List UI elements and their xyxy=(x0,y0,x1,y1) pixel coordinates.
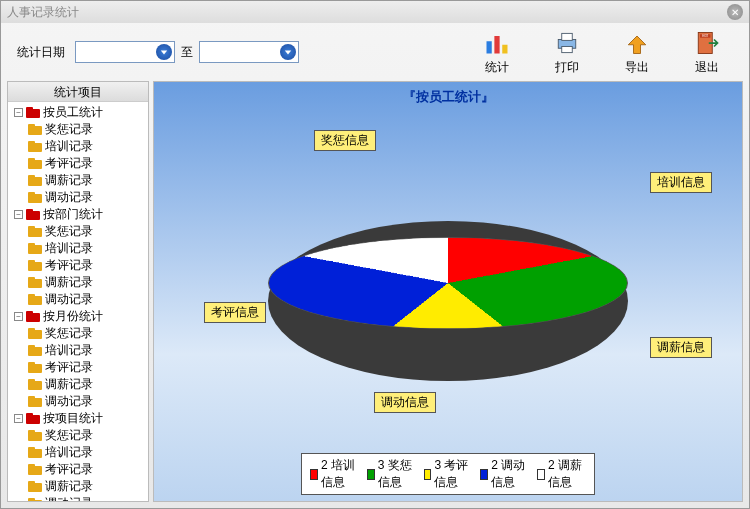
legend-item: 2 调动信息 xyxy=(480,457,529,491)
tree-item[interactable]: 奖惩记录 xyxy=(28,427,148,444)
tree-item[interactable]: 调动记录 xyxy=(28,393,148,410)
tree-item-label: 调薪记录 xyxy=(45,172,93,189)
svg-text:EXIT: EXIT xyxy=(702,33,708,37)
slice-label-transfer: 调动信息 xyxy=(374,392,436,413)
export-button[interactable]: 导出 xyxy=(605,26,669,78)
svg-rect-0 xyxy=(487,41,492,53)
tree-group-label: 按员工统计 xyxy=(43,104,103,121)
chart-panel: 『按员工统计』 培训信息 奖惩信息 考评信息 调动信息 调薪信息 2 培训信息3… xyxy=(153,81,743,502)
legend: 2 培训信息3 奖惩信息3 考评信息2 调动信息2 调薪信息 xyxy=(301,453,595,495)
exit-button[interactable]: EXIT 退出 xyxy=(675,26,739,78)
tree-item-label: 调动记录 xyxy=(45,189,93,206)
folder-icon xyxy=(28,294,42,306)
to-label: 至 xyxy=(181,44,193,61)
calendar-icon[interactable] xyxy=(156,44,172,60)
folder-icon xyxy=(28,447,42,459)
sidebar-header: 统计项目 xyxy=(8,82,148,102)
tree-item[interactable]: 考评记录 xyxy=(28,155,148,172)
tree-item[interactable]: 培训记录 xyxy=(28,138,148,155)
tree-item[interactable]: 考评记录 xyxy=(28,359,148,376)
tree-group[interactable]: −按项目统计 xyxy=(14,410,148,427)
toolbar: 统计日期 至 统计 打印 导出 EXIT 退出 xyxy=(1,23,749,81)
tree-item-label: 奖惩记录 xyxy=(45,427,93,444)
tree-item[interactable]: 调薪记录 xyxy=(28,172,148,189)
slice-label-review: 考评信息 xyxy=(204,302,266,323)
folder-icon xyxy=(28,260,42,272)
tree-item[interactable]: 调薪记录 xyxy=(28,274,148,291)
tree-item-label: 调薪记录 xyxy=(45,274,93,291)
folder-icon xyxy=(28,379,42,391)
tree-item[interactable]: 奖惩记录 xyxy=(28,121,148,138)
tree-item[interactable]: 考评记录 xyxy=(28,461,148,478)
folder-icon xyxy=(26,311,40,323)
tree-group[interactable]: −按月份统计 xyxy=(14,308,148,325)
tree-group-label: 按月份统计 xyxy=(43,308,103,325)
tree-group[interactable]: −按部门统计 xyxy=(14,206,148,223)
date-label: 统计日期 xyxy=(17,44,65,61)
tree-item-label: 培训记录 xyxy=(45,342,93,359)
tree-item-label: 调薪记录 xyxy=(45,376,93,393)
folder-icon xyxy=(28,158,42,170)
legend-item: 2 调薪信息 xyxy=(537,457,586,491)
folder-icon xyxy=(26,209,40,221)
close-icon[interactable]: ✕ xyxy=(727,4,743,20)
collapse-icon[interactable]: − xyxy=(14,108,23,117)
sidebar: 统计项目 −按员工统计奖惩记录培训记录考评记录调薪记录调动记录−按部门统计奖惩记… xyxy=(7,81,149,502)
tree-item-label: 奖惩记录 xyxy=(45,325,93,342)
collapse-icon[interactable]: − xyxy=(14,414,23,423)
folder-icon xyxy=(28,396,42,408)
tree-item[interactable]: 培训记录 xyxy=(28,444,148,461)
tree-item-label: 培训记录 xyxy=(45,444,93,461)
stats-button[interactable]: 统计 xyxy=(465,26,529,78)
tree-item[interactable]: 培训记录 xyxy=(28,240,148,257)
tree-item[interactable]: 考评记录 xyxy=(28,257,148,274)
folder-icon xyxy=(26,107,40,119)
pie-chart xyxy=(268,203,628,363)
folder-icon xyxy=(28,141,42,153)
legend-swatch xyxy=(537,469,545,480)
folder-icon xyxy=(28,243,42,255)
folder-icon xyxy=(28,481,42,493)
tree-item[interactable]: 奖惩记录 xyxy=(28,325,148,342)
tree-item[interactable]: 奖惩记录 xyxy=(28,223,148,240)
titlebar: 人事记录统计 ✕ xyxy=(1,1,749,23)
collapse-icon[interactable]: − xyxy=(14,210,23,219)
folder-icon xyxy=(28,362,42,374)
tree-item-label: 调动记录 xyxy=(45,291,93,308)
tree-group-label: 按部门统计 xyxy=(43,206,103,223)
calendar-icon[interactable] xyxy=(280,44,296,60)
tree-item[interactable]: 调动记录 xyxy=(28,189,148,206)
folder-icon xyxy=(28,192,42,204)
tree-item-label: 调动记录 xyxy=(45,393,93,410)
svg-rect-1 xyxy=(494,36,499,54)
chart-title: 『按员工统计』 xyxy=(403,88,494,106)
tree-item-label: 培训记录 xyxy=(45,240,93,257)
tree-item-label: 考评记录 xyxy=(45,461,93,478)
print-button[interactable]: 打印 xyxy=(535,26,599,78)
collapse-icon[interactable]: − xyxy=(14,312,23,321)
tree-group[interactable]: −按员工统计 xyxy=(14,104,148,121)
date-from-input[interactable] xyxy=(75,41,175,63)
tree-group-label: 按项目统计 xyxy=(43,410,103,427)
tree-item[interactable]: 培训记录 xyxy=(28,342,148,359)
legend-swatch xyxy=(480,469,488,480)
legend-swatch xyxy=(424,469,432,480)
folder-icon xyxy=(28,430,42,442)
chart-icon xyxy=(483,29,511,57)
legend-swatch xyxy=(310,469,318,480)
export-icon xyxy=(623,29,651,57)
folder-icon xyxy=(28,175,42,187)
slice-label-reward: 奖惩信息 xyxy=(314,130,376,151)
app-window: 人事记录统计 ✕ 统计日期 至 统计 打印 导出 EXIT 退出 xyxy=(0,0,750,509)
tree-item[interactable]: 调薪记录 xyxy=(28,376,148,393)
tree-item[interactable]: 调动记录 xyxy=(28,291,148,308)
folder-icon xyxy=(28,277,42,289)
folder-icon xyxy=(28,226,42,238)
date-to-input[interactable] xyxy=(199,41,299,63)
tree-item[interactable]: 调薪记录 xyxy=(28,478,148,495)
folder-icon xyxy=(26,413,40,425)
tree-item[interactable]: 调动记录 xyxy=(28,495,148,501)
tree-item-label: 考评记录 xyxy=(45,155,93,172)
folder-icon xyxy=(28,498,42,502)
tree-item-label: 调薪记录 xyxy=(45,478,93,495)
